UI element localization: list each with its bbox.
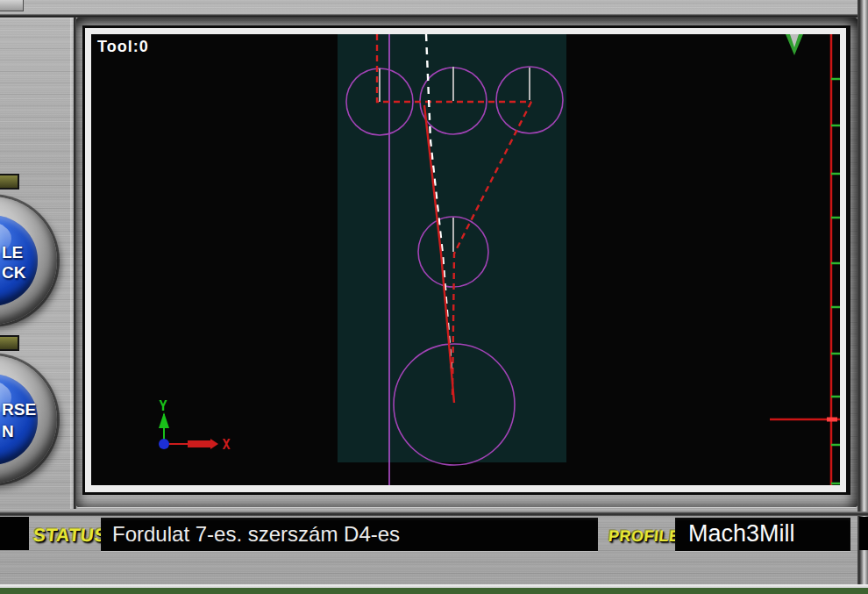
status-message-field: Fordulat 7-es. szerszám D4-es xyxy=(101,518,598,551)
led-indicator-reverse-run xyxy=(0,335,19,351)
status-right-black-panel xyxy=(859,517,868,550)
toolpath-svg: YX xyxy=(91,34,840,485)
frame-corner-button xyxy=(0,0,24,11)
y-axis-arrow xyxy=(159,412,169,428)
profile-value-field: Mach3Mill xyxy=(675,518,850,551)
y-axis-label: Y xyxy=(159,398,167,414)
reverse-run-button-label-line2: N xyxy=(2,423,14,440)
single-block-button-label-line1: LE xyxy=(2,244,23,261)
axis-origin-dot xyxy=(159,439,169,449)
x-axis-bar xyxy=(188,440,210,447)
reverse-run-button[interactable] xyxy=(0,355,57,483)
frame-right-edge xyxy=(857,0,868,584)
x-axis-label: X xyxy=(222,437,230,453)
status-left-black-panel xyxy=(0,517,29,550)
tool-number-label: Tool:0 xyxy=(97,38,149,56)
mach3-screen: { "toolpath_display": { "tool_label": "T… xyxy=(0,0,868,594)
single-block-button-label-line2: CK xyxy=(2,264,25,281)
reverse-run-button-label-line1: RSE xyxy=(2,401,36,418)
x-axis-arrow xyxy=(210,439,218,449)
bottom-green-bar xyxy=(0,588,868,594)
frame-status-seam xyxy=(0,512,868,516)
toolpath-display[interactable]: YX Tool:0 xyxy=(91,34,840,485)
status-label: STATUS xyxy=(32,525,108,546)
stock-region xyxy=(338,34,566,462)
profile-label: PROFILE xyxy=(608,527,681,546)
led-indicator-single-block xyxy=(0,174,19,190)
reverse-run-button-face[interactable] xyxy=(0,374,38,465)
